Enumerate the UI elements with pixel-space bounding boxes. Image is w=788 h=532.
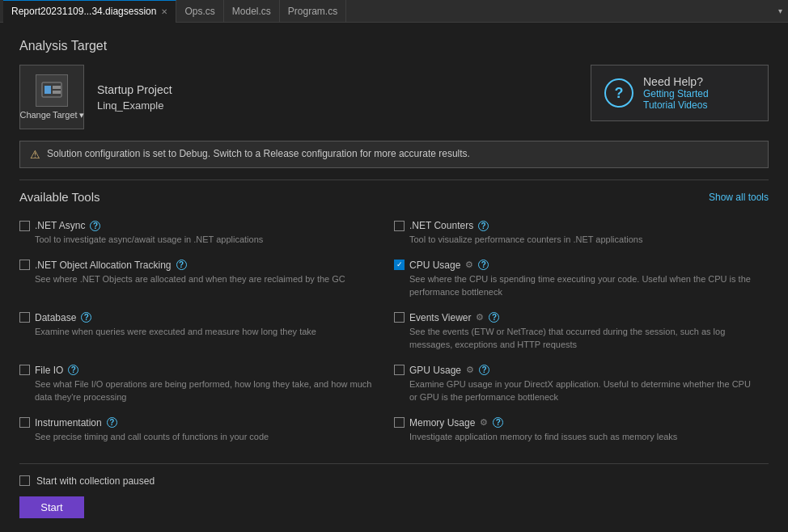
tool-item-instrumentation: Instrumentation?See precise timing and c… <box>19 412 394 452</box>
tool-name-events-viewer: Events Viewer <box>409 312 471 323</box>
tool-header-row-dotnet-counters: .NET Counters? <box>394 220 752 231</box>
warning-icon: ⚠ <box>30 148 40 161</box>
collection-paused-row: Start with collection paused <box>19 475 769 487</box>
gear-icon-cpu-usage[interactable]: ⚙ <box>465 260 473 270</box>
tool-desc-cpu-usage: See where the CPU is spending time execu… <box>409 273 752 299</box>
tool-name-gpu-usage: GPU Usage <box>409 365 461 376</box>
tab-bar: Report20231109...34.diagsession ✕ Ops.cs… <box>0 0 788 23</box>
gear-icon-events-viewer[interactable]: ⚙ <box>476 312 484 323</box>
collection-paused-checkbox[interactable] <box>19 475 30 486</box>
help-box: ? Need Help? Getting Started Tutorial Vi… <box>591 65 769 121</box>
help-icon-gpu-usage[interactable]: ? <box>479 365 489 375</box>
tool-desc-memory-usage: Investigate application memory to find i… <box>409 431 752 444</box>
tab-ops[interactable]: Ops.cs <box>176 0 223 23</box>
tool-name-instrumentation: Instrumentation <box>35 417 102 429</box>
tool-desc-instrumentation: See precise timing and call counts of fu… <box>35 431 378 444</box>
tool-desc-dotnet-async: Tool to investigate async/await usage in… <box>35 234 378 247</box>
tool-item-file-io: File IO?See what File I/O operations are… <box>19 360 394 412</box>
tool-checkbox-gpu-usage[interactable] <box>394 365 405 375</box>
analysis-target-row: Change Target ▾ Startup Project Linq_Exa… <box>19 65 769 129</box>
section-divider <box>19 179 769 180</box>
tool-header-row-dotnet-async: .NET Async? <box>19 220 378 231</box>
svg-rect-3 <box>53 91 61 94</box>
tool-item-cpu-usage: CPU Usage⚙?See where the CPU is spending… <box>394 255 769 307</box>
tool-checkbox-file-io[interactable] <box>19 365 30 375</box>
change-label: Change Target ▾ <box>19 110 83 120</box>
gear-icon-gpu-usage[interactable]: ⚙ <box>466 365 474 375</box>
tool-checkbox-dotnet-async[interactable] <box>19 221 30 231</box>
collection-paused-label: Start with collection paused <box>36 475 155 487</box>
getting-started-link[interactable]: Getting Started <box>643 88 709 99</box>
analysis-target-title: Analysis Target <box>19 39 769 53</box>
svg-rect-1 <box>44 86 51 94</box>
tool-name-cpu-usage: CPU Usage <box>409 260 460 271</box>
start-button[interactable]: Start <box>19 496 84 518</box>
help-icon-events-viewer[interactable]: ? <box>489 312 499 323</box>
tab-model-label: Model.cs <box>232 6 271 17</box>
tool-item-memory-usage: Memory Usage⚙?Investigate application me… <box>394 412 769 452</box>
tool-name-file-io: File IO <box>35 365 63 376</box>
show-all-tools-link[interactable]: Show all tools <box>709 192 769 203</box>
help-icon-dotnet-async[interactable]: ? <box>90 221 100 231</box>
main-content: Analysis Target Change Target ▾ <box>0 23 788 532</box>
tool-header-row-file-io: File IO? <box>19 365 378 376</box>
tab-program[interactable]: Program.cs <box>280 0 346 23</box>
available-tools-title: Available Tools <box>19 190 100 204</box>
tools-header: Available Tools Show all tools <box>19 190 769 204</box>
tool-checkbox-cpu-usage[interactable] <box>394 260 405 270</box>
tool-checkbox-dotnet-counters[interactable] <box>394 221 405 231</box>
tool-desc-events-viewer: See the events (ETW or NetTrace) that oc… <box>409 326 752 352</box>
help-icon-file-io[interactable]: ? <box>68 365 78 375</box>
warning-text: Solution configuration is set to Debug. … <box>47 148 470 159</box>
tool-header-row-database: Database? <box>19 312 378 323</box>
tab-report-label: Report20231109...34.diagsession <box>11 6 156 17</box>
tutorial-videos-link[interactable]: Tutorial Videos <box>643 99 709 111</box>
project-info: Startup Project Linq_Example <box>97 83 172 112</box>
tool-name-database: Database <box>35 312 76 323</box>
tool-header-row-memory-usage: Memory Usage⚙? <box>394 417 752 429</box>
bottom-divider <box>19 463 769 464</box>
tool-checkbox-database[interactable] <box>19 312 30 323</box>
tool-checkbox-instrumentation[interactable] <box>19 417 30 428</box>
tool-header-row-dotnet-object: .NET Object Allocation Tracking? <box>19 260 378 271</box>
help-icon-dotnet-object[interactable]: ? <box>176 260 187 270</box>
tool-item-gpu-usage: GPU Usage⚙?Examine GPU usage in your Dir… <box>394 360 769 412</box>
close-icon[interactable]: ✕ <box>161 7 167 16</box>
tool-item-dotnet-object: .NET Object Allocation Tracking?See wher… <box>19 255 394 307</box>
help-question-icon: ? <box>604 78 633 108</box>
tool-header-row-cpu-usage: CPU Usage⚙? <box>394 260 752 271</box>
startup-project-box: Change Target ▾ Startup Project Linq_Exa… <box>19 65 172 129</box>
tool-checkbox-dotnet-object[interactable] <box>19 260 30 270</box>
gear-icon-memory-usage[interactable]: ⚙ <box>480 417 488 428</box>
project-svg-icon <box>40 79 63 102</box>
help-icon-instrumentation[interactable]: ? <box>107 417 117 428</box>
help-icon-memory-usage[interactable]: ? <box>493 417 503 428</box>
tool-desc-database: Examine when queries were executed and m… <box>35 326 378 339</box>
tool-header-row-events-viewer: Events Viewer⚙? <box>394 312 752 323</box>
dropdown-arrow-icon: ▾ <box>79 110 84 120</box>
tool-name-dotnet-async: .NET Async <box>35 220 85 231</box>
tab-report[interactable]: Report20231109...34.diagsession ✕ <box>3 0 176 23</box>
tool-desc-dotnet-object: See where .NET Objects are allocated and… <box>35 273 378 286</box>
tool-item-events-viewer: Events Viewer⚙?See the events (ETW or Ne… <box>394 307 769 360</box>
tab-model[interactable]: Model.cs <box>224 0 280 23</box>
svg-rect-2 <box>53 86 61 89</box>
help-icon-database[interactable]: ? <box>81 312 91 323</box>
startup-project-label: Startup Project <box>97 83 172 96</box>
help-title: Need Help? <box>643 75 709 88</box>
tool-item-dotnet-counters: .NET Counters?Tool to visualize performa… <box>394 215 769 255</box>
tool-checkbox-events-viewer[interactable] <box>394 312 405 323</box>
tool-header-row-instrumentation: Instrumentation? <box>19 417 378 429</box>
tool-item-database: Database?Examine when queries were execu… <box>19 307 394 360</box>
tool-name-memory-usage: Memory Usage <box>409 417 475 429</box>
tool-checkbox-memory-usage[interactable] <box>394 417 405 428</box>
help-icon-cpu-usage[interactable]: ? <box>478 260 489 270</box>
project-icon <box>36 74 68 107</box>
tab-scroll-right[interactable]: ▾ <box>772 0 788 23</box>
change-target-button[interactable]: Change Target ▾ <box>19 65 84 129</box>
tab-program-label: Program.cs <box>288 6 337 17</box>
project-name: Linq_Example <box>97 99 172 112</box>
tool-desc-dotnet-counters: Tool to visualize performance counters i… <box>409 234 752 247</box>
help-icon-dotnet-counters[interactable]: ? <box>478 221 489 231</box>
tool-desc-gpu-usage: Examine GPU usage in your DirectX applic… <box>409 378 752 404</box>
